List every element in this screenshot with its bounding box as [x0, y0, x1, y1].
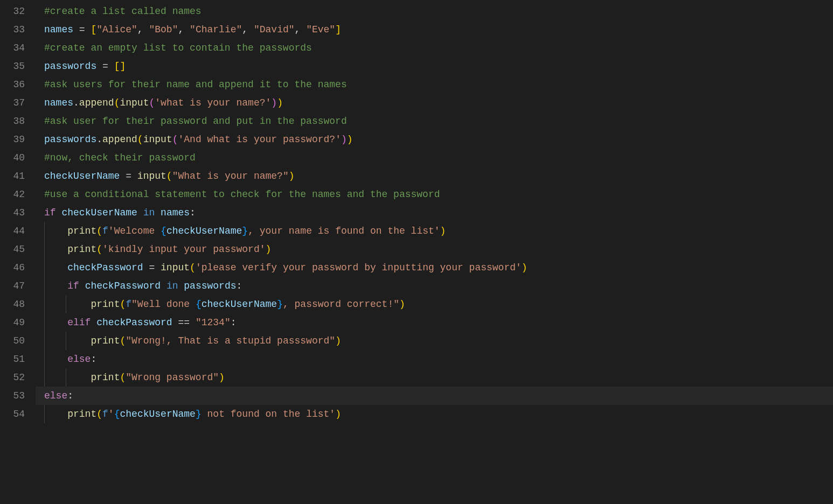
code-token	[137, 207, 143, 218]
code-line[interactable]: if checkPassword in passwords:	[44, 277, 833, 295]
code-token: elif	[67, 317, 91, 328]
code-line[interactable]: print(f"Well done {checkUserName}, passw…	[44, 295, 833, 313]
line-number: 46	[0, 258, 25, 277]
code-line[interactable]: print("Wrong password")	[44, 368, 833, 387]
code-token: #use a conditional statement to check fo…	[44, 189, 440, 200]
code-line[interactable]: print(f'Welcome {checkUserName}, your na…	[44, 222, 833, 240]
code-token: print	[91, 372, 120, 383]
line-number: 50	[0, 332, 25, 350]
code-token: else	[67, 354, 91, 365]
code-token: ,	[178, 24, 190, 35]
line-number: 51	[0, 350, 25, 368]
code-token: "Wrong!, That is a stupid passsword"	[126, 335, 335, 346]
code-line[interactable]: else:	[44, 350, 833, 368]
line-number: 44	[0, 222, 25, 240]
indent-guide	[66, 368, 66, 387]
code-line[interactable]: print('kindly input your password')	[44, 240, 833, 258]
indent-guide	[44, 240, 45, 258]
line-number: 34	[0, 39, 25, 57]
code-token: =	[143, 262, 161, 273]
indent-guide	[44, 332, 45, 350]
code-editor[interactable]: 3233343536373839404142434445464748495051…	[0, 0, 833, 504]
code-token: )	[347, 134, 353, 145]
line-number: 40	[0, 149, 25, 167]
line-number: 49	[0, 313, 25, 332]
code-token: "Bob"	[149, 24, 178, 35]
code-token	[178, 281, 184, 291]
code-line[interactable]: #create an empty list to contain the pas…	[44, 39, 833, 57]
line-number: 52	[0, 368, 25, 387]
code-token: (	[172, 134, 178, 145]
line-number: 39	[0, 130, 25, 149]
code-line[interactable]: names.append(input('what is your name?')…	[44, 94, 833, 112]
code-line[interactable]: #ask users for their name and append it …	[44, 75, 833, 94]
code-token: checkUserName	[120, 409, 195, 419]
code-token: .	[73, 97, 79, 108]
indent-guide	[44, 295, 45, 313]
code-token: (	[96, 244, 102, 255]
code-token	[56, 207, 62, 218]
code-token: "Charlie"	[190, 24, 242, 35]
code-token: (	[166, 171, 172, 181]
code-token: if	[67, 281, 79, 291]
code-token: "Eve"	[306, 24, 335, 35]
code-token: )	[219, 372, 225, 383]
code-token: }	[196, 409, 202, 419]
code-token: (	[149, 97, 155, 108]
line-number: 47	[0, 277, 25, 295]
code-token: )	[399, 299, 405, 310]
code-token: (	[120, 335, 126, 346]
code-line[interactable]: checkUserName = input("What is your name…	[44, 167, 833, 185]
indent-guide	[44, 405, 45, 423]
line-number: 36	[0, 75, 25, 94]
code-token: checkPassword	[67, 262, 143, 273]
code-line[interactable]: passwords = []	[44, 57, 833, 75]
code-line[interactable]: names = ["Alice", "Bob", "Charlie", "Dav…	[44, 20, 833, 39]
code-line[interactable]: if checkUserName in names:	[44, 204, 833, 222]
code-token: passwords	[184, 281, 236, 291]
code-line[interactable]: checkPassword = input('please verify you…	[44, 258, 833, 277]
line-number: 48	[0, 295, 25, 313]
indent-guide	[44, 222, 45, 240]
code-token: {	[196, 299, 202, 310]
code-area[interactable]: #create a list called namesnames = ["Ali…	[36, 0, 833, 504]
code-token: .	[96, 134, 102, 145]
line-number: 37	[0, 94, 25, 112]
code-token: not found on the list'	[202, 409, 335, 419]
code-token: "1234"	[196, 317, 231, 328]
code-line[interactable]: #ask user for their password and put in …	[44, 112, 833, 130]
code-line[interactable]: #create a list called names	[44, 2, 833, 20]
code-token: =	[96, 61, 114, 72]
code-line[interactable]: passwords.append(input('And what is your…	[44, 130, 833, 149]
code-token	[79, 281, 85, 291]
code-token: checkPassword	[85, 281, 161, 291]
indent-guide	[44, 313, 45, 332]
code-token: "Well done	[131, 299, 196, 310]
code-line[interactable]: #use a conditional statement to check fo…	[44, 185, 833, 204]
code-token: :	[190, 207, 196, 218]
code-line[interactable]: elif checkPassword == "1234":	[44, 313, 833, 332]
code-line[interactable]: print("Wrong!, That is a stupid passswor…	[44, 332, 833, 350]
code-token: checkUserName	[44, 171, 120, 181]
code-token: {	[114, 409, 120, 419]
code-token: [	[114, 61, 120, 72]
code-token: names	[44, 97, 73, 108]
code-line[interactable]: print(f'{checkUserName} not found on the…	[44, 405, 833, 423]
code-token: append	[102, 134, 137, 145]
code-token: f	[126, 299, 131, 310]
code-token: :	[67, 390, 73, 401]
code-token: (	[96, 226, 102, 236]
code-token: print	[67, 409, 96, 419]
code-line[interactable]: else:	[36, 387, 833, 405]
code-token: :	[91, 354, 96, 365]
indent-guide	[66, 332, 66, 350]
code-token: ]	[120, 61, 126, 72]
code-token: passwords	[44, 134, 96, 145]
line-number: 43	[0, 204, 25, 222]
code-token: in	[166, 281, 178, 291]
code-token: checkPassword	[96, 317, 172, 328]
code-token: names	[44, 24, 73, 35]
code-token: #ask users for their name and append it …	[44, 79, 347, 90]
code-token: ,	[295, 24, 307, 35]
code-line[interactable]: #now, check their password	[44, 149, 833, 167]
